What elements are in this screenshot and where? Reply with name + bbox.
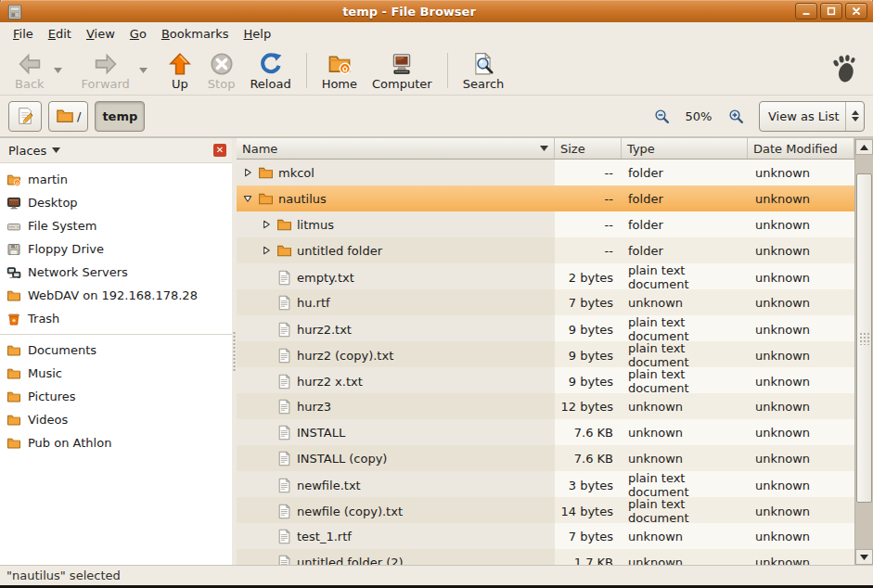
back-arrow-icon [18,51,42,77]
file-date-modified: unknown [748,393,854,419]
expander-collapsed-icon[interactable] [260,220,273,229]
up-button[interactable]: Up [160,49,200,92]
folder-icon [6,288,21,303]
text-file-icon [276,451,293,467]
file-name: hurz3 [297,400,331,414]
column-header-type[interactable]: Type [622,138,748,159]
file-type: plain text document [622,341,748,369]
close-sidebar-button[interactable]: ✕ [213,144,226,157]
file-date-modified: unknown [748,315,854,343]
folder-icon [6,366,21,381]
sidebar-item-desktop[interactable]: Desktop [0,191,232,214]
menu-view[interactable]: View [79,24,122,44]
file-size: -- [555,160,622,185]
view-mode-label: View as List [760,109,845,123]
column-header-date-modified[interactable]: Date Modified [748,138,854,159]
file-size: -- [555,211,622,237]
window-menu-icon[interactable] [6,4,23,19]
table-row-hurz2-x-txt[interactable]: hurz2 x.txt9 bytesplain text documentunk… [237,367,854,393]
home-folder-icon [6,173,21,187]
toolbar-separator [447,53,448,88]
sidebar-item-network-servers[interactable]: Network Servers [0,261,232,284]
table-row-empty-txt[interactable]: empty.txt2 bytesplain text documentunkno… [237,263,854,289]
edit-location-button[interactable] [8,101,42,132]
file-size: 9 bytes [555,341,622,369]
expander-expanded-icon[interactable] [241,194,254,203]
table-row-untitled-folder[interactable]: untitled folder--folderunknown [237,237,854,263]
sidebar-item-webdav-on-192-168-178-28[interactable]: WebDAV on 192.168.178.28 [0,284,232,307]
table-row-untitled-folder-2-[interactable]: untitled folder (2)1.7 KBunknownunknown [237,549,854,565]
table-row-hurz3[interactable]: hurz312 bytesunknownunknown [237,393,854,419]
table-row-newfile-txt[interactable]: newfile.txt3 bytesplain text documentunk… [237,471,854,497]
scroll-up-button[interactable] [855,139,873,155]
view-mode-select[interactable]: View as List [759,101,865,132]
places-selector[interactable]: Places [8,144,60,158]
sidebar-item-documents[interactable]: Documents [0,339,232,362]
path-button-temp[interactable]: temp [95,101,145,132]
table-row-nautilus[interactable]: nautilus--folderunknown [237,185,854,211]
reload-button[interactable]: Reload [242,49,298,92]
table-row-hu-rtf[interactable]: hu.rtf7 bytesunknownunknown [237,289,854,315]
forward-history-dropdown [137,68,150,73]
column-header-name[interactable]: Name [237,138,555,159]
table-row-install-copy-[interactable]: INSTALL (copy)7.6 KBunknownunknown [237,445,854,471]
sidebar-item-martin[interactable]: martin [0,168,232,191]
sidebar-item-music[interactable]: Music [0,362,232,385]
window-title: temp - File Browser [23,5,795,19]
folder-icon [258,191,275,207]
menu-bookmarks[interactable]: Bookmarks [154,24,237,44]
table-row-install[interactable]: INSTALL7.6 KBunknownunknown [237,419,854,445]
scrollbar-trough[interactable] [855,155,873,549]
menu-go[interactable]: Go [122,24,154,44]
sidebar-item-trash[interactable]: Trash [0,307,232,330]
magnifier-plus-icon [728,109,744,124]
file-type: unknown [622,523,748,549]
text-file-icon [276,504,293,519]
text-file-icon [276,425,293,441]
edit-location-icon [16,107,34,125]
main-panes: Places ✕ martinDesktopFile SystemFloppy … [0,137,873,565]
table-row-hurz2-copy-txt[interactable]: hurz2 (copy).txt9 bytesplain text docume… [237,341,854,367]
table-row-litmus[interactable]: litmus--folderunknown [237,211,854,237]
sidebar-item-pub-on-athlon[interactable]: Pub on Athlon [0,431,232,454]
up-arrow-icon [168,51,192,77]
file-type: folder [622,237,748,263]
view-mode-spinner[interactable] [845,102,864,131]
menu-help[interactable]: Help [237,24,279,44]
expander-collapsed-icon[interactable] [260,246,273,255]
zoom-out-button[interactable] [650,104,673,128]
menu-file[interactable]: File [6,24,41,44]
trash-icon [6,312,21,326]
table-row-hurz2-txt[interactable]: hurz2.txt9 bytesplain text documentunkno… [237,315,854,341]
scroll-down-button[interactable] [855,549,873,565]
search-button[interactable]: Search [456,49,512,92]
zoom-in-button[interactable] [725,104,747,128]
sidebar-item-file-system[interactable]: File System [0,214,232,237]
file-name: hurz2 (copy).txt [297,349,393,363]
root-folder-label: / [77,109,81,123]
table-row-mkcol[interactable]: mkcol--folderunknown [237,160,854,185]
file-size: 14 bytes [555,497,622,525]
sidebar-item-floppy-drive[interactable]: Floppy Drive [0,237,232,261]
menubar: FileEditViewGoBookmarksHelp [0,22,873,45]
minimize-button[interactable] [795,3,817,19]
close-button[interactable] [845,3,867,19]
folder-icon [276,217,293,233]
computer-button[interactable]: Computer [365,49,440,92]
table-row-newfile-copy-txt[interactable]: newfile (copy).txt14 bytesplain text doc… [237,497,854,523]
menu-edit[interactable]: Edit [41,24,79,44]
scrollbar-thumb[interactable] [856,173,872,503]
titlebar[interactable]: temp - File Browser [0,0,873,22]
folder-icon [6,343,21,358]
pane-resize-handle[interactable] [232,137,237,565]
expander-collapsed-icon[interactable] [241,168,254,177]
column-header-size[interactable]: Size [555,138,622,159]
table-row-test-1-rtf[interactable]: test_1.rtf7 bytesunknownunknown [237,523,854,549]
forward-arrow-icon [94,51,118,77]
sidebar-item-videos[interactable]: Videos [0,408,232,431]
sidebar-item-pictures[interactable]: Pictures [0,385,232,408]
home-button[interactable]: Home [315,49,365,92]
vertical-scrollbar[interactable] [854,138,873,565]
maximize-button[interactable] [820,3,842,19]
root-folder-button[interactable]: / [48,101,88,132]
